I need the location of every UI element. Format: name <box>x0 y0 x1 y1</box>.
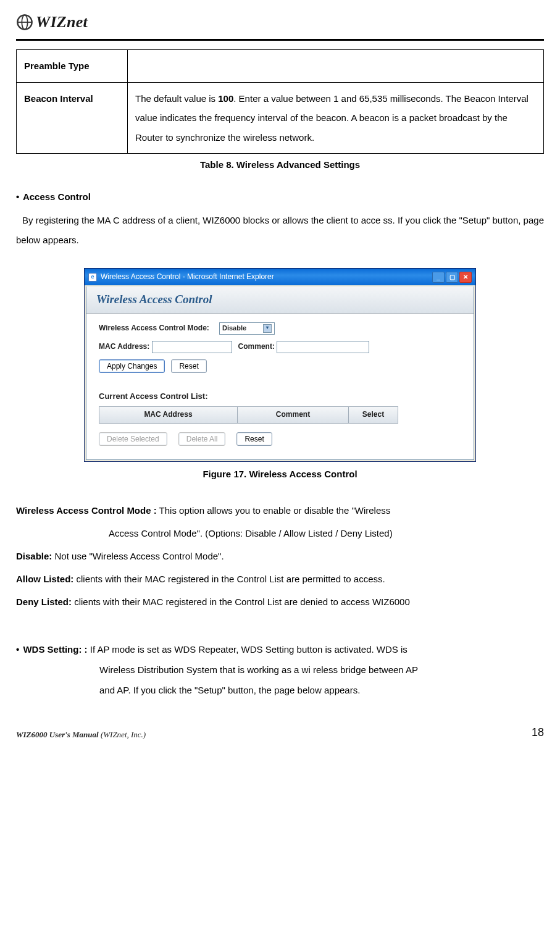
beacon-bold: 100 <box>218 93 233 104</box>
wds-line3: and AP. If you click the "Setup" button,… <box>16 680 544 700</box>
header-logo-row: WIZnet <box>16 9 544 35</box>
page-number: 18 <box>532 724 544 742</box>
wacm-line1: Wireless Access Control Mode : This opti… <box>16 500 544 521</box>
ie-body: Wireless Access Control Wireless Access … <box>86 287 474 459</box>
mode-label: Wireless Access Control Mode: <box>99 322 219 334</box>
table-caption: Table 8. Wireless Advanced Settings <box>16 157 544 172</box>
wds-text1: If AP mode is set as WDS Repeater, WDS S… <box>88 644 407 655</box>
col-select: Select <box>349 406 398 423</box>
wds-block: • WDS Setting: : If AP mode is set as WD… <box>16 639 544 700</box>
mac-comment-row: MAC Address: Comment: <box>99 341 461 353</box>
apply-changes-button[interactable]: Apply Changes <box>99 359 165 373</box>
settings-table: Preamble Type Beacon Interval The defaul… <box>16 49 544 154</box>
beacon-text-pre: The default value is <box>135 93 218 104</box>
disable-line: Disable: Not use "Wireless Access Contro… <box>16 546 544 566</box>
delete-all-button[interactable]: Delete All <box>178 432 226 446</box>
list-header: MAC Address Comment Select <box>99 406 461 423</box>
comment-label: Comment: <box>238 341 275 353</box>
button-row-2: Delete Selected Delete All Reset <box>99 432 461 446</box>
delete-selected-button[interactable]: Delete Selected <box>99 432 167 446</box>
deny-text: clients with their MAC registered in the… <box>72 596 410 607</box>
maximize-button[interactable]: ▢ <box>446 272 458 283</box>
mac-label: MAC Address: <box>99 341 149 353</box>
mode-select-value: Disable <box>222 323 246 334</box>
table-row: Beacon Interval The default value is 100… <box>17 82 544 154</box>
wacm-label: Wireless Access Control Mode : <box>16 505 157 516</box>
brand-logo-text: WIZnet <box>36 9 88 35</box>
button-row-1: Apply Changes Reset <box>99 359 461 373</box>
preamble-type-label: Preamble Type <box>17 50 128 83</box>
allow-text: clients with their MAC registered in the… <box>73 574 385 584</box>
col-comment: Comment <box>238 406 349 423</box>
window-controls: _ ▢ ✕ <box>432 272 472 283</box>
current-list-label: Current Access Control List: <box>99 390 461 403</box>
deny-label: Deny Listed: <box>16 596 72 607</box>
page-footer: WIZ6000 User's Manual (WIZnet, Inc.) 18 <box>16 724 544 742</box>
bullet-icon: • <box>16 191 19 202</box>
close-button[interactable]: ✕ <box>459 272 472 283</box>
footer-manual-title: WIZ6000 User's Manual <box>16 730 101 739</box>
mac-input[interactable] <box>152 341 232 353</box>
ie-window: e Wireless Access Control - Microsoft In… <box>84 268 476 462</box>
chevron-down-icon: ▾ <box>263 324 272 333</box>
col-mac-address: MAC Address <box>99 406 238 423</box>
reset-button-2[interactable]: Reset <box>236 432 272 446</box>
ie-title-left: e Wireless Access Control - Microsoft In… <box>88 271 274 283</box>
wacm-text: This option allows you to enable or disa… <box>157 505 391 516</box>
mode-select[interactable]: Disable ▾ <box>219 322 275 335</box>
allow-line: Allow Listed: clients with their MAC reg… <box>16 569 544 589</box>
disable-text: Not use "Wireless Access Control Mode". <box>52 551 224 561</box>
brand-logo: WIZnet <box>16 9 109 35</box>
wds-line1: • WDS Setting: : If AP mode is set as WD… <box>16 639 544 659</box>
wds-label: WDS Setting: : <box>23 644 87 655</box>
beacon-interval-value: The default value is 100. Enter a value … <box>128 82 544 154</box>
deny-line: Deny Listed: clients with their MAC regi… <box>16 592 544 612</box>
table-row: Preamble Type <box>17 50 544 83</box>
ie-title-text: Wireless Access Control - Microsoft Inte… <box>101 271 274 283</box>
access-control-para: By registering the MA C address of a cli… <box>16 211 544 249</box>
globe-icon <box>16 14 33 31</box>
form-area: Wireless Access Control Mode: Disable ▾ … <box>86 314 474 459</box>
preamble-type-value <box>128 50 544 83</box>
comment-input[interactable] <box>277 341 369 353</box>
access-control-heading: • Access Control <box>16 190 544 204</box>
minimize-button[interactable]: _ <box>432 272 445 283</box>
disable-label: Disable: <box>16 551 52 561</box>
wacm-line2: Access Control Mode". (Options: Disable … <box>16 523 544 543</box>
ie-app-icon: e <box>88 273 97 282</box>
bullet-icon: • <box>16 644 19 655</box>
wds-line2: Wireless Distribution System that is wor… <box>16 659 544 680</box>
definitions-block: Wireless Access Control Mode : This opti… <box>16 500 544 612</box>
mode-row: Wireless Access Control Mode: Disable ▾ <box>99 322 461 335</box>
access-control-heading-text: Access Control <box>23 191 91 202</box>
footer-company: (WIZnet, Inc.) <box>101 730 146 739</box>
figure-caption: Figure 17. Wireless Access Control <box>16 467 544 482</box>
footer-left: WIZ6000 User's Manual (WIZnet, Inc.) <box>16 729 146 742</box>
header-rule <box>16 39 544 41</box>
reset-button[interactable]: Reset <box>171 359 206 373</box>
page-band-title: Wireless Access Control <box>86 287 474 313</box>
ie-titlebar: e Wireless Access Control - Microsoft In… <box>85 269 475 285</box>
beacon-interval-label: Beacon Interval <box>17 82 128 154</box>
allow-label: Allow Listed: <box>16 574 73 584</box>
